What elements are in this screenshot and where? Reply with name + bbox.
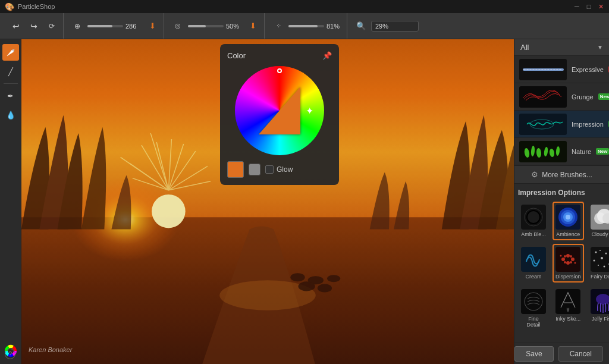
color-panel-header: Color 📌 [227, 51, 332, 60]
svg-point-50 [564, 261, 566, 263]
history-button[interactable]: ⟳ [44, 18, 59, 34]
impression-fairy-dust[interactable]: Fairy Dust [588, 244, 609, 283]
size-value: 286 [125, 23, 142, 30]
svg-point-64 [525, 293, 542, 310]
impression-label-fine-detail: Fine Detail [521, 316, 546, 328]
history-tools: ↩ ↪ ⟳ [5, 13, 64, 39]
close-button[interactable]: ✕ [597, 3, 604, 10]
size-control: ⊕ 286 ⬇ [66, 13, 164, 39]
impression-label-jelly-fish: Jelly Fish [592, 316, 609, 322]
pen-tool-button[interactable]: ✒ [2, 87, 19, 104]
svg-point-40 [566, 215, 570, 219]
zoom-display: 29% [371, 21, 419, 32]
impression-thumb-jelly-fish [591, 289, 609, 314]
glow-checkbox[interactable] [265, 165, 274, 174]
help-icon[interactable]: ? [5, 349, 15, 359]
size-slider[interactable] [87, 25, 123, 27]
impression-options-grid: Amb Ble... Ambience [518, 202, 605, 331]
impression-options-title: Impression Options [518, 189, 605, 197]
restore-button[interactable]: □ [585, 3, 592, 10]
impression-jelly-fish[interactable]: Jelly Fish [588, 286, 609, 331]
brush-expressive[interactable]: Expressive Hot [514, 56, 609, 83]
brush-item[interactable]: Nature New [514, 138, 609, 165]
impression-thumb-ambience [555, 205, 580, 230]
svg-point-31 [543, 146, 548, 156]
brush-preview-nature [519, 141, 567, 162]
impression-label-cloudy: Cloudy ... [592, 231, 609, 237]
glow-checkbox-group: Glow [265, 165, 293, 174]
color-panel-pin-icon[interactable]: 📌 [322, 51, 332, 60]
undo-button[interactable]: ↩ [8, 18, 24, 34]
svg-point-30 [536, 148, 541, 158]
left-toolbar: ╱ ✒ 💧 [0, 39, 21, 364]
canvas-area[interactable]: Color 📌 ✦ Glow Karen Bonaker [21, 39, 514, 364]
impression-dispersion[interactable]: Dispersion [553, 244, 584, 283]
opacity-slider[interactable] [188, 25, 224, 27]
color-panel-title: Color [227, 51, 246, 60]
size-icon: ⊕ [70, 18, 85, 34]
brush-nature[interactable]: Nature New [514, 138, 609, 165]
svg-point-44 [561, 258, 565, 261]
brush-grunge[interactable]: Grunge New [514, 83, 609, 111]
impression-thumb-inky-sketch [555, 289, 580, 314]
svg-point-28 [523, 148, 530, 158]
current-color-swatch[interactable] [227, 161, 244, 178]
color-wheel-container[interactable]: ✦ [235, 66, 324, 155]
minimize-button[interactable]: ─ [573, 3, 580, 10]
color-triangle [259, 87, 300, 134]
brush-impression[interactable]: Impression New [514, 111, 609, 138]
brush-item[interactable]: Impression New [514, 111, 609, 138]
impression-cream[interactable]: Cream [518, 244, 549, 283]
size-lock-icon[interactable]: ⬇ [145, 18, 160, 34]
app-title: ParticleShop [18, 3, 55, 10]
glow-label: Glow [277, 165, 293, 174]
color-wheel[interactable]: ✦ [235, 66, 324, 155]
more-brushes-button[interactable]: ⚙ More Brushes... [514, 165, 609, 184]
svg-point-62 [593, 260, 595, 262]
pressure-slider[interactable] [288, 25, 324, 27]
brush-preview-expressive [519, 59, 567, 80]
brush-item[interactable]: Expressive Hot [514, 56, 609, 83]
svg-point-63 [601, 257, 603, 259]
opacity-control: ◎ 50% ⬇ [167, 13, 265, 39]
impression-cloudy[interactable]: Cloudy ... [588, 202, 609, 240]
svg-point-46 [571, 258, 575, 261]
search-icon[interactable]: 🔍 [353, 18, 369, 34]
brush-item[interactable]: Grunge New [514, 83, 609, 111]
impression-fine-detail[interactable]: Fine Detail [518, 286, 549, 331]
secondary-color-swatch[interactable] [249, 164, 260, 175]
impression-ambience[interactable]: Ambience [553, 202, 584, 240]
svg-point-52 [560, 255, 562, 257]
redo-button[interactable]: ↪ [26, 18, 42, 34]
zoom-value: 29% [375, 23, 388, 30]
opacity-lock-icon[interactable]: ⬇ [245, 18, 260, 34]
brush-name-grunge: Grunge [572, 93, 594, 101]
impression-thumb-fairy-dust [591, 247, 609, 272]
impression-label-ambience: Ambience [556, 231, 580, 237]
toolbar: ↩ ↪ ⟳ ⊕ 286 ⬇ ◎ 50% ⬇ ⁘ 81% 🔍 29% [0, 13, 609, 39]
svg-point-54 [595, 252, 597, 253]
save-button[interactable]: Save [514, 346, 553, 362]
color-wheel-selector[interactable] [277, 68, 282, 73]
impression-inky-sketch[interactable]: Inky Ske... [553, 286, 584, 331]
svg-point-56 [605, 253, 607, 255]
svg-point-33 [555, 146, 560, 155]
pressure-value: 81% [327, 23, 343, 30]
cancel-button[interactable]: Cancel [558, 346, 603, 362]
svg-point-45 [566, 254, 570, 258]
brush-tool-button[interactable] [2, 44, 19, 61]
category-dropdown[interactable]: All ▼ [514, 39, 609, 56]
eyedropper-tool-button[interactable]: 💧 [2, 106, 19, 123]
category-label: All [520, 43, 529, 52]
impression-label-fairy-dust: Fairy Dust [591, 274, 609, 280]
color-star-marker[interactable]: ✦ [306, 105, 313, 117]
titlebar: 🎨 ParticleShop ─ □ ✕ [0, 0, 609, 13]
main-area: ╱ ✒ 💧 [0, 39, 609, 364]
impression-label-amb-blend: Amb Ble... [521, 231, 546, 237]
opacity-value: 50% [226, 23, 243, 30]
impression-amb-blend[interactable]: Amb Ble... [518, 202, 549, 240]
eraser-tool-button[interactable]: ╱ [2, 63, 19, 80]
color-panel: Color 📌 ✦ Glow [220, 44, 339, 185]
svg-point-49 [570, 255, 572, 258]
search-control: 🔍 29% [350, 13, 422, 39]
